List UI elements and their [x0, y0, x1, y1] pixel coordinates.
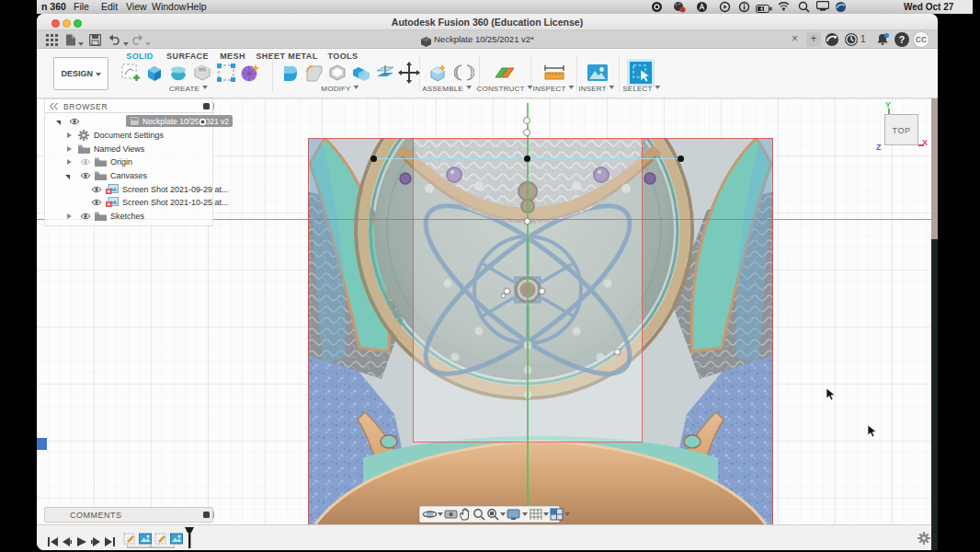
visibility-eye-icon[interactable] — [69, 118, 80, 125]
notifications-bell-icon[interactable] — [875, 32, 890, 51]
canvas-handle-rotate-bottom[interactable] — [523, 129, 530, 136]
canvas-handle-left[interactable] — [370, 155, 377, 162]
tab-solid[interactable]: SOLID — [126, 52, 154, 61]
browser-item-named-views[interactable]: Named Views — [45, 143, 214, 155]
wifi-icon[interactable] — [778, 1, 790, 13]
canvas-point-3[interactable] — [539, 288, 545, 294]
offset-plane-icon[interactable] — [373, 61, 397, 85]
info-circle-icon[interactable] — [738, 1, 750, 13]
play-circle-icon[interactable] — [719, 1, 731, 13]
menu-file[interactable]: File — [74, 0, 89, 14]
redo-icon[interactable] — [131, 33, 151, 50]
move-copy-icon[interactable] — [397, 61, 421, 85]
collapse-panel-icon[interactable] — [50, 103, 58, 109]
tab-sheet-metal[interactable]: SHEET METAL — [256, 52, 317, 61]
group-label-assemble[interactable]: ASSEMBLE — [422, 85, 472, 93]
record-stop-icon[interactable] — [651, 1, 663, 13]
timeline-skip-end-icon[interactable] — [105, 534, 115, 550]
joint-icon[interactable] — [452, 61, 476, 85]
timeline-playhead[interactable] — [184, 527, 195, 552]
timeline-play-icon[interactable] — [77, 534, 86, 550]
visibility-eye-icon[interactable] — [80, 158, 91, 166]
help-icon[interactable]: ? — [895, 32, 909, 47]
orbit-icon[interactable] — [423, 507, 443, 522]
window-titlebar[interactable]: Autodesk Fusion 360 (Education License) — [37, 14, 938, 30]
canvas-point-4[interactable] — [614, 349, 621, 355]
group-label-insert[interactable]: INSERT — [578, 85, 614, 93]
save-icon[interactable] — [89, 33, 101, 50]
extensions-icon[interactable] — [825, 32, 839, 51]
tab-surface[interactable]: SURFACE — [166, 52, 209, 61]
job-status-clock-icon[interactable] — [844, 32, 859, 51]
shell-icon[interactable] — [325, 61, 349, 85]
group-label-select[interactable]: SELECT — [622, 85, 660, 93]
activate-component-icon[interactable] — [198, 117, 208, 127]
menu-window[interactable]: Window — [152, 0, 186, 14]
pattern-icon[interactable] — [214, 61, 238, 85]
tab-mesh[interactable]: MESH — [220, 52, 245, 61]
browser-item-root[interactable]: Neckplate 10/25/2021 v2 — [45, 115, 214, 128]
browser-item-sketches[interactable]: Sketches — [45, 210, 214, 223]
browser-item-screenshot-2[interactable]: Screen Shot 2021-10-25 at... — [45, 196, 214, 209]
grid-snaps-icon[interactable] — [529, 507, 549, 522]
group-label-modify[interactable]: MODIFY — [321, 85, 359, 93]
comments-bar[interactable]: COMMENTS — [44, 507, 213, 523]
canvas-handle-center[interactable] — [524, 155, 530, 162]
viewcube-z-axis[interactable]: Z — [876, 143, 882, 152]
create-sketch-icon[interactable] — [119, 61, 142, 85]
measure-icon[interactable] — [542, 61, 566, 85]
expander-icon[interactable] — [67, 146, 72, 152]
extrude-icon[interactable] — [142, 61, 166, 85]
display-settings-icon[interactable] — [507, 507, 528, 522]
autodesk-a-icon[interactable] — [696, 1, 708, 13]
canvas-point-square[interactable] — [501, 293, 506, 298]
visibility-eye-icon[interactable] — [91, 186, 102, 193]
workspace-selector[interactable]: DESIGN — [53, 57, 108, 90]
close-tab-icon[interactable]: × — [792, 32, 798, 45]
expander-open-icon[interactable] — [65, 175, 70, 182]
fillet-icon[interactable] — [302, 61, 325, 85]
menu-edit[interactable]: Edit — [101, 0, 118, 14]
viewcube-x-axis[interactable]: X — [922, 138, 928, 147]
canvas-handle-rotate-top[interactable] — [523, 117, 530, 124]
expander-open-icon[interactable] — [56, 121, 61, 128]
select-icon[interactable] — [629, 61, 653, 85]
display-mirroring-icon[interactable] — [816, 1, 828, 13]
press-pull-icon[interactable] — [278, 61, 302, 85]
timeline-step-back-icon[interactable] — [63, 534, 72, 550]
viewports-icon[interactable] — [550, 507, 570, 522]
visibility-eye-icon[interactable] — [80, 172, 91, 179]
visibility-eye-icon[interactable] — [80, 213, 91, 220]
fit-icon[interactable] — [486, 507, 506, 522]
browser-item-screenshot-1[interactable]: Screen Shot 2021-09-29 at... — [45, 183, 214, 196]
app-menu-fusion360[interactable]: n 360 — [41, 0, 66, 14]
insert-image-icon[interactable] — [586, 61, 610, 85]
zoom-icon[interactable] — [473, 507, 485, 522]
timeline-settings-gear-icon[interactable] — [917, 532, 930, 548]
tab-tools[interactable]: TOOLS — [328, 52, 359, 61]
browser-header[interactable]: BROWSER — [45, 99, 214, 113]
revolve-icon[interactable] — [166, 61, 190, 85]
timeline-skip-start-icon[interactable] — [48, 534, 58, 550]
new-component-icon[interactable] — [427, 61, 450, 85]
user-avatar[interactable]: CC — [913, 31, 929, 48]
browser-item-canvases[interactable]: Canvases — [45, 169, 214, 182]
document-tab[interactable]: Neckplate 10/25/2021 v2* — [434, 34, 534, 44]
expander-icon[interactable] — [67, 132, 72, 138]
combine-icon[interactable] — [349, 61, 373, 85]
browser-item-origin[interactable]: Origin — [45, 155, 214, 168]
browser-item-document-settings[interactable]: Document Settings — [45, 129, 214, 142]
timeline-step-forward-icon[interactable] — [91, 534, 100, 550]
new-tab-button[interactable]: + — [806, 32, 821, 47]
menu-help[interactable]: Help — [187, 0, 207, 14]
app-grid-icon[interactable] — [46, 33, 58, 50]
visibility-eye-icon[interactable] — [91, 199, 102, 206]
menu-view[interactable]: View — [126, 0, 147, 14]
group-label-construct[interactable]: CONSTRUCT — [476, 85, 532, 93]
file-menu-icon[interactable] — [65, 33, 84, 50]
spotlight-search-icon[interactable] — [798, 1, 810, 13]
look-at-icon[interactable] — [444, 507, 458, 522]
group-label-inspect[interactable]: INSPECT — [532, 85, 574, 93]
screenshot-app-icon[interactable] — [673, 1, 685, 13]
canvas-point-1[interactable] — [524, 218, 530, 224]
